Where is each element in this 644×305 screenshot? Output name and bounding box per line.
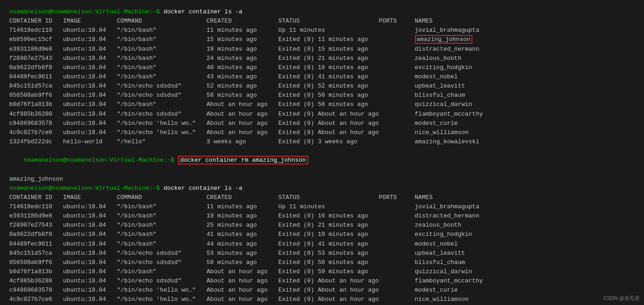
rm-output: amazing_johnson xyxy=(9,175,644,184)
table-row: 714618edc110 ubuntu:18.04 "/bin/bash" 11… xyxy=(9,26,644,35)
line-prompt1: noamanelson@noamanelson-Virtual-Machine:… xyxy=(9,7,644,17)
table-row: 4c9c827b7ce6 ubuntu:18.04 "/bin/echo 'he… xyxy=(9,128,644,137)
table-row: f28907e27543 ubuntu:18.04 "/bin/bash" 24… xyxy=(9,54,644,63)
command-text: docker container ls -a xyxy=(163,8,242,15)
exited-text-1: Exited (0) 3 weeks ago xyxy=(278,138,357,145)
rm-command: docker container rm amazing_johnson xyxy=(178,156,308,164)
name-highlighted: amazing_johnson xyxy=(415,35,472,44)
prompt-text: noamanelson@noamanelson-Virtual-Machine:… xyxy=(9,8,163,15)
table-row: eb8596ec15cf ubuntu:18.04 "/bin/bash" 15… xyxy=(9,35,644,44)
terminal-window: noamanelson@noamanelson-Virtual-Machine:… xyxy=(5,4,644,305)
table-row: 0a9622dfb8f8 ubuntu:18.04 "/bin/bash" 41… xyxy=(9,230,644,239)
table-row: e3931186d9e8 ubuntu:18.04 "/bin/bash" 19… xyxy=(9,211,644,221)
table-header-1: CONTAINER ID IMAGE COMMAND CREATED STATU… xyxy=(9,17,644,26)
table-row: b0d76f1a813b ubuntu:18.04 "/bin/bash" Ab… xyxy=(9,100,644,109)
table-row: 4cf885b36280 ubuntu:18.04 "/bin/echo sds… xyxy=(9,276,644,286)
prompt2: noamanelson@noamanelson-Virtual-Machine:… xyxy=(23,157,178,164)
table-row: 714618edc110 ubuntu:18.04 "/bin/bash" 11… xyxy=(9,202,644,211)
table-row: 4c9c827b7ce6 ubuntu:18.04 "/bin/echo 'he… xyxy=(9,295,644,304)
table-row: 1324fbd222dc hello-world "/hello" 3 week… xyxy=(9,137,644,147)
table-row: 845c151d57ca ubuntu:18.04 "/bin/echo sds… xyxy=(9,82,644,91)
table-header-2: CONTAINER ID IMAGE COMMAND CREATED STATU… xyxy=(9,193,644,202)
table-row: c94869683578 ubuntu:18.04 "/bin/echo 'he… xyxy=(9,119,644,128)
table-row: e3931186d9e8 ubuntu:18.04 "/bin/bash" 19… xyxy=(9,45,644,54)
table-row: 845c151d57ca ubuntu:18.04 "/bin/echo sds… xyxy=(9,249,644,258)
line-prompt2: noamanelson@noamanelson-Virtual-Machine:… xyxy=(9,147,644,174)
table-row: f28907e27543 ubuntu:18.04 "/bin/bash" 25… xyxy=(9,221,644,230)
table-row: b0d76f1a813b ubuntu:18.04 "/bin/bash" Ab… xyxy=(9,267,644,276)
table-row: 04489fec9611 ubuntu:18.04 "/bin/bash" 44… xyxy=(9,240,644,249)
line-prompt3: noamanelson@noamanelson-Virtual-Machine:… xyxy=(9,184,644,193)
table-row: c94869683578 ubuntu:18.04 "/bin/echo 'he… xyxy=(9,286,644,295)
table-row: 056508ab9ff6 ubuntu:18.04 "/bin/echo sds… xyxy=(9,91,644,100)
command3: docker container ls -a xyxy=(163,185,242,192)
table-row: 056508ab9ff6 ubuntu:18.04 "/bin/echo sds… xyxy=(9,258,644,267)
table-row: 0a9622dfb8f8 ubuntu:18.04 "/bin/bash" 40… xyxy=(9,63,644,72)
table-row: 4cf885b36280 ubuntu:18.04 "/bin/echo sds… xyxy=(9,110,644,119)
watermark: CSDN @虫无涯 xyxy=(604,294,639,302)
prompt3: noamanelson@noamanelson-Virtual-Machine:… xyxy=(9,185,163,192)
table-row: 04489fec9611 ubuntu:18.04 "/bin/bash" 43… xyxy=(9,72,644,82)
